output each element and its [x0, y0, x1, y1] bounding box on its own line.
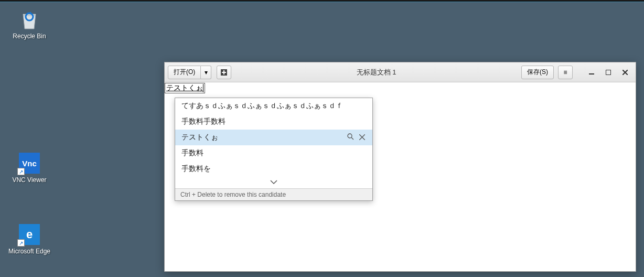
- window-title: 无标题文档 1: [233, 68, 519, 77]
- svg-rect-2: [222, 72, 226, 73]
- open-button[interactable]: 打开(O): [168, 66, 201, 79]
- ime-candidate-popup: てすあｓｄふぁｓｄふぁｓｄふぁｓｄふぁｓｄｆ 手数料手数料 テストくぉ 手数料 …: [175, 98, 373, 201]
- remove-candidate-icon[interactable]: [359, 133, 365, 142]
- ime-preedit-text: テストくぉ: [165, 83, 205, 93]
- svg-point-7: [348, 134, 352, 138]
- svg-line-8: [351, 137, 353, 140]
- ime-candidate-text: 手数料: [181, 148, 203, 158]
- ime-more-candidates-button[interactable]: [175, 177, 372, 188]
- ime-candidate-item[interactable]: てすあｓｄふぁｓｄふぁｓｄふぁｓｄふぁｓｄｆ: [175, 98, 372, 114]
- save-button[interactable]: 保存(S): [521, 66, 554, 79]
- edge-icon: e ↗: [17, 222, 41, 247]
- shortcut-overlay-icon: ↗: [17, 168, 25, 175]
- ime-candidate-list: てすあｓｄふぁｓｄふぁｓｄふぁｓｄふぁｓｄｆ 手数料手数料 テストくぉ 手数料 …: [175, 98, 372, 177]
- new-tab-button[interactable]: [217, 66, 231, 79]
- maximize-icon: [606, 70, 611, 75]
- ime-candidate-item[interactable]: 手数料手数料: [175, 114, 372, 130]
- vnc-viewer-icon: Vnc ↗: [17, 151, 41, 175]
- desktop-icon-label: Microsoft Edge: [8, 248, 50, 255]
- desktop-icon-vnc-viewer[interactable]: Vnc ↗ VNC Viewer: [8, 151, 50, 184]
- ime-candidate-text: テストくぉ: [181, 133, 218, 142]
- ime-candidate-text: てすあｓｄふぁｓｄふぁｓｄふぁｓｄふぁｓｄｆ: [181, 101, 343, 111]
- chevron-down-icon: [270, 178, 278, 186]
- maximize-button[interactable]: [601, 67, 616, 78]
- desktop-icon-label: VNC Viewer: [12, 176, 46, 184]
- hamburger-icon: ≡: [563, 69, 567, 76]
- desktop-icon-microsoft-edge[interactable]: e ↗ Microsoft Edge: [8, 222, 50, 255]
- ime-candidate-item[interactable]: 手数料: [175, 145, 372, 161]
- new-document-icon: [220, 69, 228, 76]
- desktop-icon-label: Recycle Bin: [13, 33, 46, 40]
- close-button[interactable]: [618, 67, 632, 78]
- svg-rect-4: [606, 70, 611, 75]
- minimize-button[interactable]: [584, 67, 599, 78]
- desktop-icon-recycle-bin[interactable]: Recycle Bin: [8, 7, 50, 40]
- minimize-icon: [589, 70, 594, 75]
- open-dropdown-button[interactable]: ▾: [201, 66, 211, 79]
- chevron-down-icon: ▾: [205, 69, 208, 76]
- ime-footer-hint: Ctrl + Delete to remove this candidate: [175, 188, 372, 200]
- ime-candidate-item[interactable]: テストくぉ: [175, 130, 372, 145]
- search-icon[interactable]: [347, 133, 354, 142]
- titlebar: 打开(O) ▾ 无标题文档 1 保存(S) ≡: [165, 62, 636, 82]
- ime-candidate-text: 手数料手数料: [181, 117, 226, 126]
- hamburger-menu-button[interactable]: ≡: [558, 66, 573, 79]
- recycle-bin-icon: [17, 7, 41, 31]
- ime-candidate-item[interactable]: 手数料を: [175, 161, 372, 177]
- shortcut-overlay-icon: ↗: [17, 239, 25, 247]
- svg-rect-3: [589, 73, 594, 74]
- close-icon: [622, 70, 628, 75]
- ime-candidate-text: 手数料を: [181, 164, 211, 174]
